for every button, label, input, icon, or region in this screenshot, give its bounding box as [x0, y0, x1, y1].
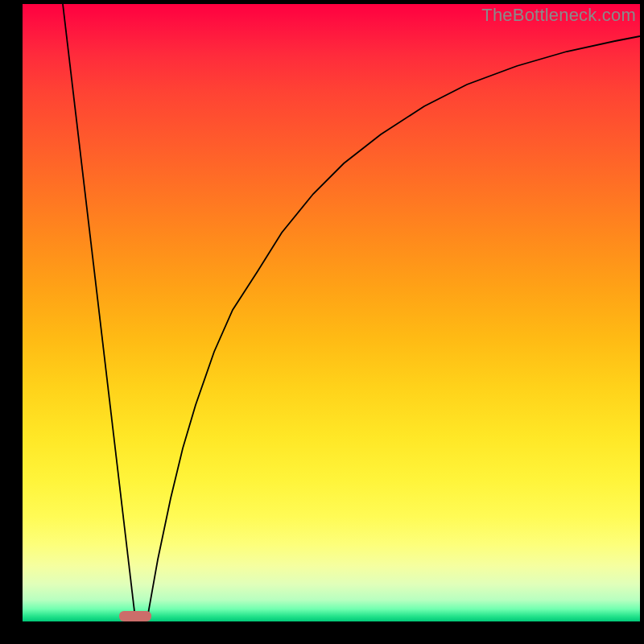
chart-container: TheBottleneck.com — [0, 0, 644, 644]
curve-right-segment — [147, 36, 640, 618]
curve-left-segment — [63, 4, 135, 618]
bottleneck-marker — [119, 611, 151, 621]
watermark-text: TheBottleneck.com — [481, 5, 636, 26]
plot-area — [23, 4, 640, 621]
bottleneck-curve — [23, 4, 640, 621]
